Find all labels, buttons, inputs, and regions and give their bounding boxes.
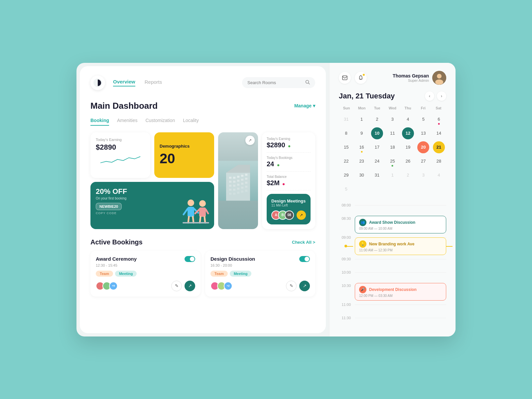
demographics-label: Demographics [160, 144, 209, 149]
cal-day-31[interactable]: 31 [371, 169, 383, 181]
cal-day-3-next[interactable]: 3 [417, 169, 429, 181]
cal-day-4-next[interactable]: 4 [433, 169, 445, 181]
promo-code: NEWBIE20 [96, 203, 122, 210]
cal-day-21[interactable]: 21 [433, 141, 445, 153]
cal-day-24[interactable]: 24 [371, 155, 383, 167]
booking-2-header: Design Discussion [210, 256, 310, 262]
nav-overview[interactable]: Overview [113, 79, 135, 86]
weekday-mon: Mon [354, 106, 369, 110]
timeslot-1030: 10:30 🎤 Development Discussion 12:00 PM … [339, 283, 446, 302]
booking-2-edit-button[interactable]: ✎ [286, 281, 297, 291]
cal-day-29[interactable]: 29 [340, 169, 352, 181]
booking-2-title: Design Discussion [210, 256, 255, 262]
svg-rect-14 [241, 179, 243, 181]
event-dev-time: 12:00 PM — 03:30 AM [359, 294, 442, 298]
svg-rect-9 [241, 175, 243, 177]
user-avatar[interactable] [432, 71, 446, 85]
cal-day-31-prev[interactable]: 31 [340, 113, 352, 125]
calendar-date: Jan, 21 Tuesday [339, 92, 395, 100]
cal-day-16[interactable]: 16 [356, 141, 368, 153]
meetings-arrow-button[interactable]: ↗ [297, 210, 306, 220]
cal-day-28[interactable]: 28 [433, 155, 445, 167]
event-award-show[interactable]: 👥 Award Show Discussion 09:00 AM — 10:00… [355, 216, 446, 233]
cal-day-11[interactable]: 11 [386, 127, 398, 139]
booking-2-toggle[interactable] [299, 256, 310, 262]
tag-team-1: Team [96, 271, 113, 277]
timeslot-1130: 11:30 [339, 315, 446, 329]
booking-1-tags: Team Meeting [96, 271, 195, 277]
cal-day-22[interactable]: 22 [340, 155, 352, 167]
svg-rect-24 [241, 187, 243, 189]
widget-promo: 20% OFF On your first booking NEWBIE20 C… [90, 182, 214, 229]
calendar-days: 31 1 2 3 4 5 6 8 9 10 11 12 13 14 15 16 [339, 113, 446, 196]
manage-button[interactable]: Manage ▾ [294, 103, 315, 108]
cal-day-15[interactable]: 15 [340, 141, 352, 153]
tab-customization[interactable]: Customization [145, 118, 175, 126]
cal-day-4[interactable]: 4 [402, 113, 414, 125]
event-dev-discussion[interactable]: 🎤 Development Discussion 12:00 PM — 03:3… [355, 283, 446, 301]
earning-label: Today's Earning [96, 138, 145, 142]
svg-rect-27 [233, 193, 235, 195]
timeslot-800: 08:00 [339, 202, 446, 216]
cal-day-5-next[interactable]: 5 [340, 183, 352, 195]
cal-day-12[interactable]: 12 [402, 127, 414, 139]
cal-day-25[interactable]: 25 [386, 155, 398, 167]
booking-1-go-button[interactable]: ↗ [185, 281, 195, 291]
slot-1130-content [355, 315, 446, 329]
event-branding[interactable]: 💡 New Branding work Ave 11:00 AM — 12:30… [355, 237, 446, 255]
calendar-prev-button[interactable]: ‹ [425, 91, 434, 101]
weekday-thu: Thu [400, 106, 416, 110]
cal-day-23[interactable]: 23 [356, 155, 368, 167]
booking-2-go-button[interactable]: ↗ [299, 281, 310, 291]
cal-day-20[interactable]: 20 [417, 141, 429, 153]
calendar-weekdays: Sun Mon Tue Wed Thu Fri Sat [339, 106, 446, 110]
cal-day-2[interactable]: 2 [371, 113, 383, 125]
cal-day-1[interactable]: 1 [356, 113, 368, 125]
booking-2-footer: +2 ✎ ↗ [210, 281, 310, 291]
cal-day-19[interactable]: 19 [402, 141, 414, 153]
cal-day-1-next[interactable]: 1 [386, 169, 398, 181]
search-bar[interactable] [242, 77, 315, 88]
cal-day-18[interactable]: 18 [386, 141, 398, 153]
cal-day-10[interactable]: 10 [371, 127, 383, 139]
cal-day-30[interactable]: 30 [356, 169, 368, 181]
tag-team-2: Team [210, 271, 228, 277]
booking-1-actions: ✎ ↗ [171, 281, 195, 291]
slot-1030-content: 🎤 Development Discussion 12:00 PM — 03:3… [355, 283, 446, 302]
tag-meeting-1: Meeting [115, 271, 137, 277]
mail-button[interactable] [339, 72, 351, 84]
calendar-grid: Sun Mon Tue Wed Thu Fri Sat 31 1 2 3 4 5… [339, 106, 446, 196]
timeslot-830: 08:30 👥 Award Show Discussion 09:00 AM —… [339, 216, 446, 235]
cal-day-8[interactable]: 8 [340, 127, 352, 139]
cal-day-5[interactable]: 5 [417, 113, 429, 125]
cal-day-26[interactable]: 26 [402, 155, 414, 167]
yellow-line-left [346, 246, 353, 247]
calendar-next-button[interactable]: › [437, 91, 446, 101]
svg-line-33 [184, 209, 188, 214]
booking-1-toggle[interactable] [185, 256, 195, 262]
booking-1-edit-button[interactable]: ✎ [171, 281, 182, 291]
booking-1-time: 12:30 - 15:45 [96, 263, 195, 267]
event-branding-title: New Branding work Ave [369, 242, 414, 246]
svg-line-41 [200, 217, 200, 223]
nav-reports[interactable]: Reports [145, 79, 162, 86]
cal-day-3[interactable]: 3 [386, 113, 398, 125]
cal-day-2-next[interactable]: 2 [402, 169, 414, 181]
timeslot-1000: 10:00 [339, 270, 446, 283]
cal-day-17[interactable]: 17 [371, 141, 383, 153]
cal-day-13[interactable]: 13 [417, 127, 429, 139]
cal-day-27[interactable]: 27 [417, 155, 429, 167]
search-input[interactable] [247, 80, 303, 85]
tab-amenities[interactable]: Amenities [117, 118, 137, 126]
cal-day-14[interactable]: 14 [433, 127, 445, 139]
tab-locality[interactable]: Locality [183, 118, 199, 126]
tab-booking[interactable]: Booking [90, 118, 109, 126]
svg-rect-23 [237, 188, 239, 190]
cal-day-6[interactable]: 6 [433, 113, 445, 125]
notification-button[interactable] [355, 72, 367, 84]
b2-avatar-extra: +2 [224, 282, 232, 290]
right-panel: Thomas Gepsan Super Admin Jan, 21 Tuesda… [329, 63, 456, 336]
svg-rect-32 [188, 207, 194, 217]
check-all-button[interactable]: Check All > [292, 240, 315, 245]
cal-day-9[interactable]: 9 [356, 127, 368, 139]
